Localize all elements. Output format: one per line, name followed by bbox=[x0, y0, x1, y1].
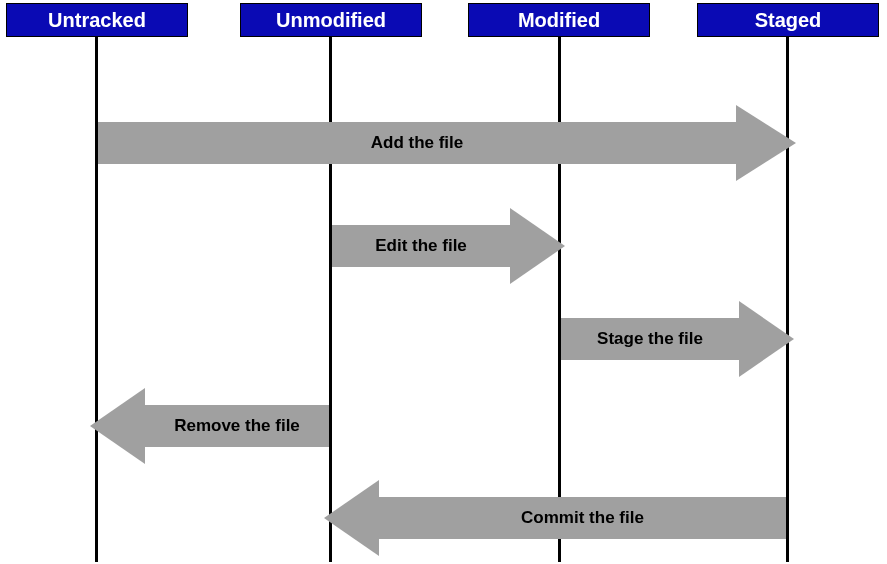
arrow-edit-file-head bbox=[510, 208, 565, 284]
arrow-edit-file-label: Edit the file bbox=[375, 236, 467, 256]
arrow-remove-file: Remove the file bbox=[145, 405, 329, 447]
column-header-staged: Staged bbox=[697, 3, 879, 37]
arrow-commit-file: Commit the file bbox=[379, 497, 786, 539]
arrow-commit-file-head bbox=[324, 480, 379, 556]
arrow-stage-file: Stage the file bbox=[561, 318, 739, 360]
arrow-commit-file-label: Commit the file bbox=[521, 508, 644, 528]
column-header-modified: Modified bbox=[468, 3, 650, 37]
arrow-remove-file-head bbox=[90, 388, 145, 464]
arrow-edit-file: Edit the file bbox=[332, 225, 510, 267]
arrow-remove-file-label: Remove the file bbox=[174, 416, 300, 436]
arrow-add-file-label: Add the file bbox=[371, 133, 464, 153]
arrow-stage-file-head bbox=[739, 301, 794, 377]
column-header-unmodified: Unmodified bbox=[240, 3, 422, 37]
lifeline-untracked bbox=[95, 36, 98, 562]
arrow-add-file-head bbox=[736, 105, 796, 181]
lifeline-modified bbox=[558, 36, 561, 562]
arrow-stage-file-label: Stage the file bbox=[597, 329, 703, 349]
arrow-add-file: Add the file bbox=[98, 122, 736, 164]
column-header-untracked: Untracked bbox=[6, 3, 188, 37]
